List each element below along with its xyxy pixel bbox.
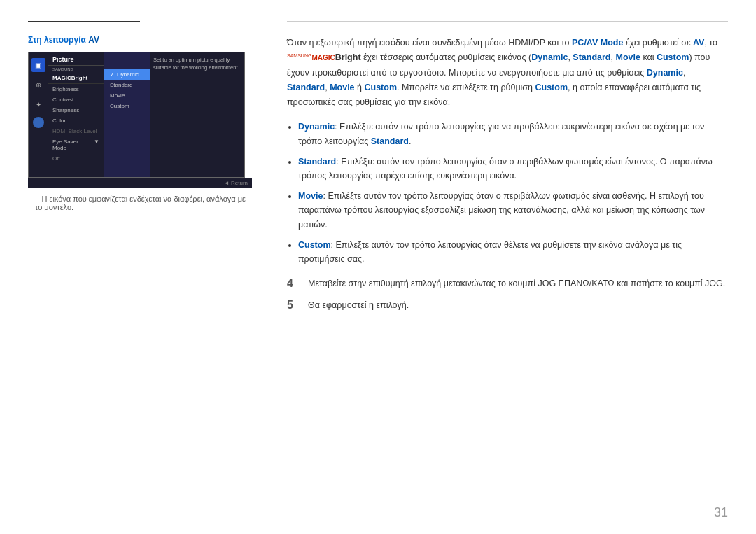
menu-item-eyesaver-value: Off: [48, 153, 104, 164]
menu-item-hdmi: HDMI Black Level: [48, 126, 104, 136]
menu-item-sharpness[interactable]: Sharpness: [48, 105, 104, 115]
monitor-icon-adjust: ⊕: [31, 78, 46, 92]
monitor-icon-info: i: [33, 117, 44, 128]
magic-bright-label: MAGICBright: [52, 75, 88, 81]
section-av: AV: [88, 35, 99, 45]
submenu-movie[interactable]: Movie: [104, 90, 150, 101]
note-text: Η εικόνα που εμφανίζεται ενδέχεται να δι…: [28, 195, 252, 211]
step-5-number: 5: [287, 298, 301, 313]
samsung-bright-row: SAMSUNG MAGICBright: [48, 66, 104, 84]
step-5-text: Θα εφαρμοστεί η επιλογή.: [308, 298, 409, 313]
monitor-ui: ▣ ⊕ ✦ i Picture SAMSUNG MAGICBright Brig…: [28, 52, 245, 178]
right-column: Όταν η εξωτερική πηγή εισόδου είναι συνδ…: [266, 0, 756, 534]
menu-item-color[interactable]: Color: [48, 115, 104, 126]
monitor-icon-gear: ✦: [31, 97, 46, 111]
top-divider: [28, 21, 140, 22]
submenu-standard[interactable]: Standard: [104, 80, 150, 90]
info-area: Set to an optimum picture quality suitab…: [150, 52, 244, 177]
monitor-bottom-bar: ◄ Return: [28, 178, 252, 188]
step-4-text: Μεταβείτε στην επιθυμητή επιλογή μετακιν…: [308, 276, 725, 291]
step-4: 4 Μεταβείτε στην επιθυμητή επιλογή μετακ…: [287, 276, 728, 291]
bullet-dynamic: Dynamic: Επιλέξτε αυτόν τον τρόπο λειτου…: [298, 120, 728, 148]
step-5: 5 Θα εφαρμοστεί η επιλογή.: [287, 298, 728, 313]
submenu: ✓Dynamic Standard Movie Custom: [104, 52, 150, 177]
left-column: Στη λειτουργία AV ▣ ⊕ ✦ i Picture SAMSUN…: [0, 0, 266, 534]
menu-header: Picture: [48, 52, 104, 66]
page-container: Στη λειτουργία AV ▣ ⊕ ✦ i Picture SAMSUN…: [0, 0, 756, 534]
page-number: 31: [714, 505, 728, 520]
monitor-v-sidebar: ▣ ⊕ ✦ i: [29, 52, 48, 177]
bullet-standard: Standard: Επιλέξτε αυτόν τον τρόπο λειτο…: [298, 155, 728, 183]
menu-item-contrast[interactable]: Contrast: [48, 94, 104, 105]
right-top-divider: [287, 21, 728, 22]
intro-paragraph: Όταν η εξωτερική πηγή εισόδου είναι συνδ…: [287, 36, 728, 110]
bullet-list: Dynamic: Επιλέξτε αυτόν τον τρόπο λειτου…: [298, 120, 728, 267]
section-label-text: Στη λειτουργία: [28, 35, 88, 45]
menu-items-list: Brightness Contrast Sharpness Color HDMI…: [48, 84, 104, 164]
submenu-dynamic[interactable]: ✓Dynamic: [104, 69, 150, 80]
main-menu: Picture SAMSUNG MAGICBright Brightness C…: [48, 52, 104, 177]
return-arrow: ◄: [224, 180, 230, 186]
samsung-label: SAMSUNG: [52, 67, 99, 71]
bullet-movie: Movie: Επιλέξτε αυτόν τον τρόπο λειτουργ…: [298, 189, 728, 232]
menu-item-eyesaver[interactable]: Eye Saver Mode▼: [48, 136, 104, 153]
step-4-number: 4: [287, 276, 301, 291]
bullet-custom: Custom: Επιλέξτε αυτόν τον τρόπο λειτουρ…: [298, 238, 728, 267]
submenu-custom[interactable]: Custom: [104, 101, 150, 111]
return-label: Return: [231, 180, 248, 186]
section-label: Στη λειτουργία AV: [28, 35, 252, 45]
menu-item-brightness[interactable]: Brightness: [48, 84, 104, 94]
monitor-icon-display: ▣: [31, 58, 46, 72]
